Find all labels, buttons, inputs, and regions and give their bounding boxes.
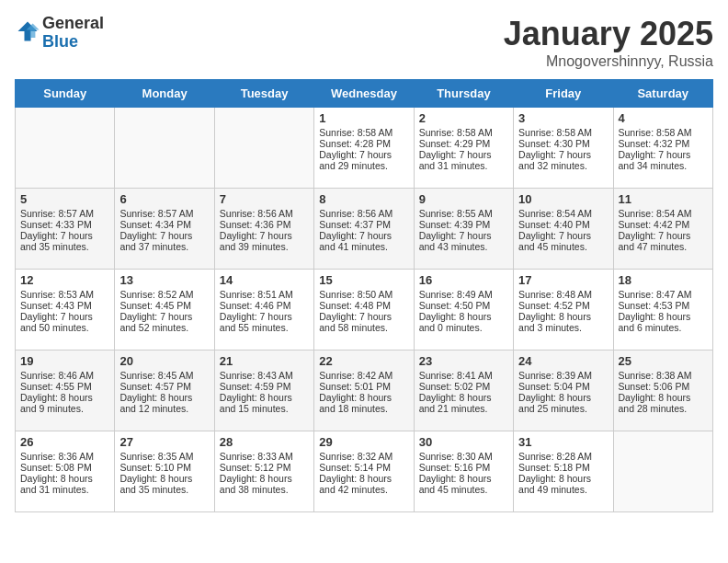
day-number: 3 bbox=[518, 111, 608, 125]
weekday-header-tuesday: Tuesday bbox=[214, 80, 313, 108]
title-block: January 2025 Mnogovershinnyy, Russia bbox=[504, 15, 713, 70]
calendar-cell: 5Sunrise: 8:57 AMSunset: 4:33 PMDaylight… bbox=[16, 189, 115, 270]
day-number: 17 bbox=[518, 273, 608, 287]
logo-general-text: General bbox=[42, 14, 104, 32]
calendar-cell: 28Sunrise: 8:33 AMSunset: 5:12 PMDayligh… bbox=[214, 431, 313, 512]
cell-info-line: Sunrise: 8:32 AM bbox=[319, 451, 408, 462]
calendar-cell: 2Sunrise: 8:58 AMSunset: 4:29 PMDaylight… bbox=[414, 108, 513, 189]
cell-info-line: Sunrise: 8:58 AM bbox=[619, 127, 708, 138]
cell-info-line: Daylight: 7 hours and 58 minutes. bbox=[319, 311, 408, 333]
cell-info-line: Daylight: 8 hours and 42 minutes. bbox=[319, 473, 408, 495]
calendar-table: SundayMondayTuesdayWednesdayThursdayFrid… bbox=[15, 79, 713, 512]
cell-info-line: Daylight: 7 hours and 35 minutes. bbox=[20, 230, 109, 252]
calendar-cell: 19Sunrise: 8:46 AMSunset: 4:55 PMDayligh… bbox=[16, 350, 115, 431]
cell-info-line: Sunset: 5:08 PM bbox=[20, 462, 109, 473]
cell-info-line: Sunrise: 8:48 AM bbox=[518, 289, 608, 300]
day-number: 22 bbox=[319, 354, 408, 368]
cell-info-line: Sunset: 4:36 PM bbox=[220, 219, 309, 230]
calendar-cell: 25Sunrise: 8:38 AMSunset: 5:06 PMDayligh… bbox=[613, 350, 712, 431]
calendar-cell: 10Sunrise: 8:54 AMSunset: 4:40 PMDayligh… bbox=[514, 189, 613, 270]
cell-info-line: Sunrise: 8:53 AM bbox=[20, 289, 109, 300]
weekday-header-thursday: Thursday bbox=[414, 80, 513, 108]
weekday-header-wednesday: Wednesday bbox=[314, 80, 414, 108]
cell-info-line: Daylight: 7 hours and 52 minutes. bbox=[119, 311, 209, 333]
calendar-cell: 8Sunrise: 8:56 AMSunset: 4:37 PMDaylight… bbox=[314, 189, 414, 270]
cell-info-line: Sunset: 4:37 PM bbox=[319, 219, 408, 230]
day-number: 1 bbox=[319, 111, 408, 125]
cell-info-line: Sunrise: 8:57 AM bbox=[20, 208, 109, 219]
logo-icon bbox=[15, 18, 40, 44]
calendar-cell: 27Sunrise: 8:35 AMSunset: 5:10 PMDayligh… bbox=[115, 431, 214, 512]
calendar-cell: 13Sunrise: 8:52 AMSunset: 4:45 PMDayligh… bbox=[115, 270, 214, 350]
cell-info-line: Sunrise: 8:38 AM bbox=[619, 370, 708, 381]
calendar-cell: 12Sunrise: 8:53 AMSunset: 4:43 PMDayligh… bbox=[16, 270, 115, 350]
cell-info-line: Sunrise: 8:58 AM bbox=[319, 127, 408, 138]
cell-info-line: Daylight: 8 hours and 15 minutes. bbox=[220, 392, 309, 414]
calendar-cell: 20Sunrise: 8:45 AMSunset: 4:57 PMDayligh… bbox=[115, 350, 214, 431]
day-number: 10 bbox=[518, 192, 608, 206]
cell-info-line: Daylight: 7 hours and 34 minutes. bbox=[619, 149, 708, 171]
cell-info-line: Sunrise: 8:51 AM bbox=[220, 289, 309, 300]
cell-info-line: Sunset: 4:34 PM bbox=[119, 219, 209, 230]
day-number: 9 bbox=[419, 192, 508, 206]
cell-info-line: Daylight: 8 hours and 31 minutes. bbox=[20, 473, 109, 495]
day-number: 24 bbox=[518, 354, 608, 368]
day-number: 29 bbox=[319, 435, 408, 449]
cell-info-line: Sunrise: 8:52 AM bbox=[119, 289, 209, 300]
cell-info-line: Sunrise: 8:54 AM bbox=[518, 208, 608, 219]
calendar-week-row: 5Sunrise: 8:57 AMSunset: 4:33 PMDaylight… bbox=[16, 189, 713, 270]
cell-info-line: Daylight: 8 hours and 18 minutes. bbox=[319, 392, 408, 414]
cell-info-line: Sunrise: 8:57 AM bbox=[119, 208, 209, 219]
calendar-cell: 14Sunrise: 8:51 AMSunset: 4:46 PMDayligh… bbox=[214, 270, 313, 350]
calendar-cell: 4Sunrise: 8:58 AMSunset: 4:32 PMDaylight… bbox=[613, 108, 712, 189]
calendar-subtitle: Mnogovershinnyy, Russia bbox=[504, 53, 713, 70]
day-number: 8 bbox=[319, 192, 408, 206]
cell-info-line: Sunset: 4:50 PM bbox=[419, 300, 508, 311]
cell-info-line: Sunset: 5:10 PM bbox=[119, 462, 209, 473]
calendar-cell bbox=[214, 108, 313, 189]
day-number: 31 bbox=[518, 435, 608, 449]
cell-info-line: Sunrise: 8:58 AM bbox=[419, 127, 508, 138]
cell-info-line: Sunset: 5:12 PM bbox=[220, 462, 309, 473]
cell-info-line: Sunset: 5:18 PM bbox=[518, 462, 608, 473]
calendar-cell: 9Sunrise: 8:55 AMSunset: 4:39 PMDaylight… bbox=[414, 189, 513, 270]
day-number: 16 bbox=[419, 273, 508, 287]
weekday-header-monday: Monday bbox=[115, 80, 214, 108]
calendar-cell: 11Sunrise: 8:54 AMSunset: 4:42 PMDayligh… bbox=[613, 189, 712, 270]
weekday-header-saturday: Saturday bbox=[613, 80, 712, 108]
cell-info-line: Sunset: 4:59 PM bbox=[220, 381, 309, 392]
cell-info-line: Sunrise: 8:49 AM bbox=[419, 289, 508, 300]
cell-info-line: Sunrise: 8:45 AM bbox=[119, 370, 209, 381]
cell-info-line: Sunrise: 8:28 AM bbox=[518, 451, 608, 462]
cell-info-line: Sunrise: 8:41 AM bbox=[419, 370, 508, 381]
cell-info-line: Sunset: 5:02 PM bbox=[419, 381, 508, 392]
cell-info-line: Sunrise: 8:39 AM bbox=[518, 370, 608, 381]
cell-info-line: Sunrise: 8:47 AM bbox=[619, 289, 708, 300]
calendar-cell: 31Sunrise: 8:28 AMSunset: 5:18 PMDayligh… bbox=[514, 431, 613, 512]
cell-info-line: Sunset: 5:01 PM bbox=[319, 381, 408, 392]
cell-info-line: Sunrise: 8:56 AM bbox=[319, 208, 408, 219]
day-number: 4 bbox=[619, 111, 708, 125]
day-number: 23 bbox=[419, 354, 508, 368]
day-number: 13 bbox=[119, 273, 209, 287]
cell-info-line: Sunrise: 8:42 AM bbox=[319, 370, 408, 381]
day-number: 11 bbox=[619, 192, 708, 206]
page-header: General Blue January 2025 Mnogovershinny… bbox=[15, 15, 713, 70]
cell-info-line: Sunrise: 8:35 AM bbox=[119, 451, 209, 462]
calendar-cell: 3Sunrise: 8:58 AMSunset: 4:30 PMDaylight… bbox=[514, 108, 613, 189]
calendar-cell: 18Sunrise: 8:47 AMSunset: 4:53 PMDayligh… bbox=[613, 270, 712, 350]
cell-info-line: Daylight: 8 hours and 3 minutes. bbox=[518, 311, 608, 333]
cell-info-line: Sunset: 4:33 PM bbox=[20, 219, 109, 230]
calendar-cell: 24Sunrise: 8:39 AMSunset: 5:04 PMDayligh… bbox=[514, 350, 613, 431]
cell-info-line: Sunset: 4:57 PM bbox=[119, 381, 209, 392]
day-number: 15 bbox=[319, 273, 408, 287]
day-number: 7 bbox=[220, 192, 309, 206]
calendar-cell: 7Sunrise: 8:56 AMSunset: 4:36 PMDaylight… bbox=[214, 189, 313, 270]
cell-info-line: Sunset: 4:39 PM bbox=[419, 219, 508, 230]
cell-info-line: Sunset: 5:16 PM bbox=[419, 462, 508, 473]
day-number: 21 bbox=[220, 354, 309, 368]
day-number: 19 bbox=[20, 354, 109, 368]
cell-info-line: Daylight: 8 hours and 45 minutes. bbox=[419, 473, 508, 495]
cell-info-line: Daylight: 8 hours and 9 minutes. bbox=[20, 392, 109, 414]
day-number: 26 bbox=[20, 435, 109, 449]
